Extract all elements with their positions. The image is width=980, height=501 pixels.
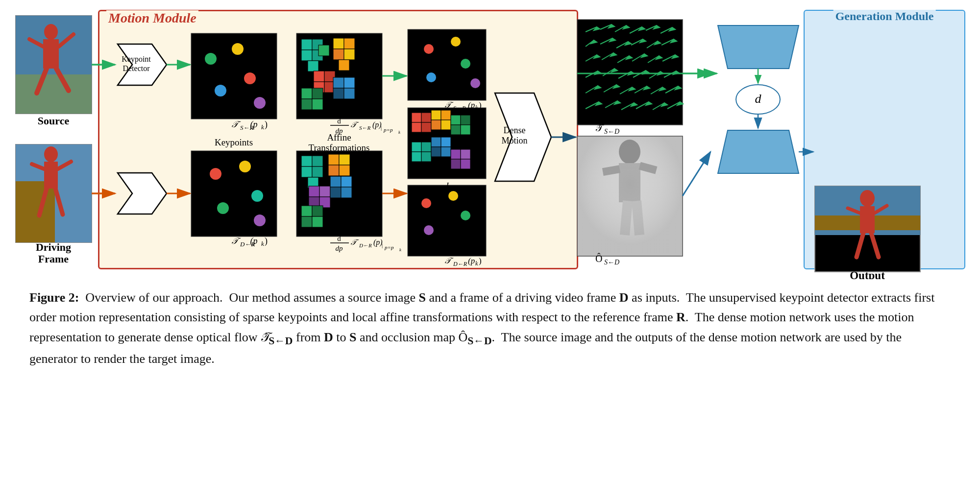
svg-marker-236: [660, 87, 665, 91]
svg-line-211: [648, 56, 659, 63]
svg-marker-206: [611, 53, 616, 56]
generation-module-box: Generation Module: [804, 10, 965, 269]
svg-marker-208: [626, 56, 632, 59]
svg-line-213: [662, 55, 675, 61]
svg-marker-216: [595, 71, 601, 74]
svg-line-209: [632, 54, 644, 61]
svg-line-197: [631, 39, 643, 45]
svg-line-207: [617, 56, 629, 63]
svg-marker-184: [623, 25, 629, 29]
generation-module-label: Generation Module: [833, 10, 936, 23]
svg-line-181: [600, 24, 612, 29]
svg-text:Ô: Ô: [595, 253, 602, 264]
svg-rect-12: [16, 181, 55, 242]
svg-line-6: [59, 34, 74, 47]
svg-line-239: [586, 102, 599, 109]
svg-marker-230: [613, 85, 619, 88]
svg-line-215: [586, 71, 598, 77]
caption-text: Figure 2: Overview of our approach. Our …: [29, 288, 951, 369]
svg-line-187: [646, 25, 657, 30]
svg-line-199: [647, 41, 658, 48]
svg-rect-0: [16, 16, 92, 114]
svg-rect-13: [55, 191, 92, 242]
svg-line-5: [29, 39, 43, 47]
svg-marker-242: [614, 101, 620, 104]
svg-rect-2: [16, 74, 92, 114]
svg-rect-251: [577, 136, 683, 256]
svg-line-195: [616, 42, 628, 48]
svg-marker-180: [594, 27, 600, 30]
svg-marker-250: [677, 102, 683, 105]
svg-text:S←D: S←D: [604, 259, 619, 266]
svg-line-237: [665, 86, 678, 93]
svg-rect-253: [619, 163, 640, 202]
svg-rect-10: [16, 144, 92, 242]
svg-marker-226: [673, 71, 679, 74]
svg-line-241: [605, 101, 617, 108]
svg-marker-268: [718, 130, 799, 173]
svg-marker-214: [672, 55, 678, 58]
svg-marker-210: [641, 54, 647, 57]
svg-line-183: [615, 25, 626, 32]
svg-text:Frame: Frame: [38, 253, 69, 265]
svg-line-19: [55, 189, 63, 215]
svg-line-7: [37, 69, 47, 93]
motion-module-box: Motion Module: [98, 10, 578, 269]
svg-marker-192: [591, 40, 597, 44]
svg-marker-218: [612, 69, 617, 72]
svg-text:d: d: [755, 92, 762, 106]
svg-rect-257: [632, 200, 644, 235]
svg-line-243: [621, 103, 634, 110]
svg-line-227: [586, 86, 598, 93]
svg-rect-11: [16, 144, 92, 193]
svg-text:Output: Output: [850, 269, 885, 279]
svg-point-266: [736, 85, 780, 114]
svg-point-3: [44, 24, 58, 40]
svg-marker-196: [625, 42, 631, 45]
svg-rect-4: [43, 39, 59, 69]
svg-line-179: [586, 27, 597, 32]
svg-marker-265: [718, 25, 799, 69]
svg-line-264: [683, 152, 710, 196]
svg-text:Driving: Driving: [36, 241, 71, 253]
svg-marker-212: [656, 56, 662, 59]
svg-rect-256: [620, 200, 633, 235]
svg-marker-228: [595, 86, 601, 89]
motion-module-label: Motion Module: [106, 10, 198, 26]
svg-line-205: [602, 53, 613, 60]
svg-marker-234: [644, 86, 650, 90]
diagram-area: Motion Module Generation Module Source: [10, 5, 970, 279]
svg-rect-15: [44, 162, 58, 189]
svg-line-225: [664, 71, 676, 77]
svg-line-229: [604, 85, 616, 92]
svg-line-217: [603, 69, 614, 76]
svg-line-18: [39, 189, 47, 215]
svg-line-17: [58, 162, 71, 169]
svg-marker-246: [646, 102, 652, 105]
svg-rect-255: [639, 162, 658, 174]
svg-line-231: [620, 87, 632, 94]
svg-line-8: [56, 69, 69, 91]
svg-line-235: [651, 87, 662, 94]
svg-marker-200: [655, 41, 661, 45]
svg-marker-188: [654, 25, 660, 29]
svg-marker-204: [594, 55, 600, 58]
svg-marker-248: [662, 103, 667, 106]
svg-marker-244: [631, 103, 637, 106]
svg-marker-224: [658, 72, 663, 75]
svg-line-193: [600, 38, 612, 44]
svg-text:𝒯̂: 𝒯̂: [595, 122, 605, 133]
svg-marker-182: [609, 24, 614, 28]
svg-line-191: [586, 40, 594, 47]
svg-line-189: [661, 27, 672, 33]
svg-line-247: [653, 103, 664, 110]
svg-text:S←D: S←D: [604, 128, 619, 135]
svg-line-221: [633, 71, 646, 77]
svg-line-16: [32, 164, 44, 169]
svg-marker-232: [629, 87, 635, 91]
svg-point-252: [619, 140, 640, 164]
svg-rect-258: [577, 136, 683, 256]
svg-line-249: [667, 102, 680, 109]
svg-marker-202: [671, 39, 677, 43]
svg-marker-186: [639, 27, 645, 30]
